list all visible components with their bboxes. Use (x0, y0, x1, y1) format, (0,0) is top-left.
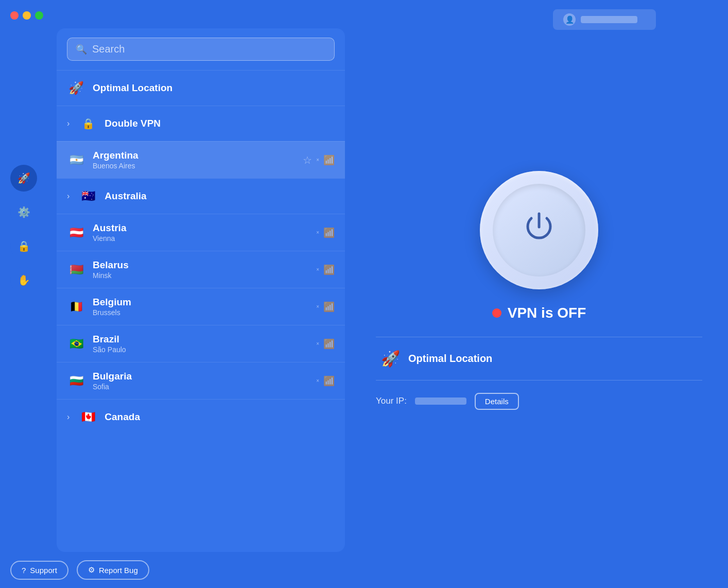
sidebar: 🚀 ⚙️ 🔒 ✋ (10, 165, 37, 293)
list-item-australia[interactable]: › 🇦🇺 Australia (57, 178, 345, 214)
australia-flag: 🇦🇺 (79, 187, 97, 205)
signal-x-icon: × (316, 157, 319, 163)
search-input-wrap[interactable]: 🔍 (67, 38, 335, 61)
close-button[interactable] (10, 11, 19, 20)
belarus-name: Belarus (93, 260, 309, 271)
details-button[interactable]: Details (475, 393, 519, 410)
argentina-flag: 🇦🇷 (67, 151, 85, 169)
belarus-actions: × 📶 (316, 264, 335, 275)
support-icon: ? (22, 566, 26, 575)
bulgaria-name: Bulgaria (93, 371, 309, 382)
list-item-brazil[interactable]: 🇧🇷 Brazil São Paulo × 📶 (57, 325, 345, 362)
ip-address-blurred (415, 397, 466, 405)
brazil-actions: × 📶 (316, 338, 335, 350)
maximize-button[interactable] (35, 11, 43, 20)
location-list: 🚀 Optimal Location › 🔒 Double VPN 🇦🇷 Arg… (57, 70, 345, 552)
report-bug-label: Report Bug (99, 566, 138, 575)
location-list-panel: 🔍 🚀 Optimal Location › 🔒 Double VPN 🇦🇷 A… (57, 28, 345, 552)
favorite-icon[interactable]: ☆ (303, 154, 312, 166)
list-item-belarus[interactable]: 🇧🇾 Belarus Minsk × 📶 (57, 251, 345, 288)
bulgaria-actions: × 📶 (316, 375, 335, 387)
signal-x-icon: × (316, 341, 319, 347)
report-bug-icon: ⚙ (88, 565, 95, 575)
list-item-austria[interactable]: 🇦🇹 Austria Vienna × 📶 (57, 214, 345, 251)
argentina-sub: Buenos Aires (93, 162, 296, 170)
doublevpn-name: Double VPN (105, 118, 335, 129)
signal-x-icon: × (316, 230, 319, 235)
optimal-location-label: Optimal Location (408, 353, 492, 365)
brazil-name: Brazil (93, 334, 309, 345)
signal-icon: 📶 (323, 154, 335, 166)
list-item-bulgaria[interactable]: 🇧🇬 Bulgaria Sofia × 📶 (57, 362, 345, 399)
minimize-button[interactable] (23, 11, 31, 20)
bulgaria-text: Bulgaria Sofia (93, 371, 309, 391)
search-icon: 🔍 (76, 44, 87, 55)
expand-icon: › (67, 412, 70, 422)
traffic-lights (10, 11, 43, 20)
list-item-optimal[interactable]: 🚀 Optimal Location (57, 70, 345, 106)
support-button[interactable]: ? Support (10, 561, 68, 580)
optimal-location-bar[interactable]: 🚀 Optimal Location (376, 350, 702, 368)
list-item-argentina[interactable]: 🇦🇷 Argentina Buenos Aires ☆ × 📶 (57, 141, 345, 178)
rocket-icon: 🚀 (67, 79, 85, 97)
list-item-doublevpn[interactable]: › 🔒 Double VPN (57, 106, 345, 141)
belgium-actions: × 📶 (316, 301, 335, 313)
power-button-inner (493, 184, 585, 276)
list-item-canada[interactable]: › 🇨🇦 Canada (57, 399, 345, 435)
austria-flag: 🇦🇹 (67, 223, 85, 242)
divider-bottom (376, 380, 702, 381)
canada-flag: 🇨🇦 (79, 408, 97, 426)
bulgaria-flag: 🇧🇬 (67, 372, 85, 390)
sidebar-item-shield[interactable]: ✋ (10, 267, 37, 293)
brazil-text: Brazil São Paulo (93, 334, 309, 354)
search-bar: 🔍 (57, 28, 345, 70)
sidebar-item-servers[interactable]: 🚀 (10, 165, 37, 192)
austria-text: Austria Vienna (93, 222, 309, 243)
argentina-text: Argentina Buenos Aires (93, 150, 296, 170)
belarus-text: Belarus Minsk (93, 260, 309, 280)
belgium-name: Belgium (93, 297, 309, 308)
search-input[interactable] (92, 43, 326, 55)
australia-text: Australia (105, 191, 335, 202)
doublevpn-text: Double VPN (105, 118, 335, 129)
user-icon: 👤 (563, 13, 576, 26)
austria-name: Austria (93, 222, 309, 234)
belgium-text: Belgium Brussels (93, 297, 309, 317)
support-label: Support (30, 566, 57, 575)
sidebar-item-lock[interactable]: 🔒 (10, 233, 37, 260)
australia-name: Australia (105, 191, 335, 202)
right-info-section: 🚀 Optimal Location Your IP: Details (360, 337, 718, 410)
vpn-status: VPN is OFF (492, 305, 586, 321)
argentina-actions: ☆ × 📶 (303, 154, 335, 166)
bulgaria-sub: Sofia (93, 383, 309, 391)
vpn-status-text: VPN is OFF (508, 305, 586, 321)
belgium-flag: 🇧🇪 (67, 298, 85, 316)
austria-actions: × 📶 (316, 227, 335, 238)
canada-name: Canada (105, 411, 335, 423)
report-bug-button[interactable]: ⚙ Report Bug (77, 560, 149, 580)
optimal-rocket-icon: 🚀 (381, 350, 400, 368)
ip-label: Your IP: (376, 396, 407, 406)
account-name-blurred (581, 16, 637, 23)
expand-icon: › (67, 119, 70, 128)
status-dot (492, 308, 501, 318)
belarus-sub: Minsk (93, 271, 309, 280)
optimal-location-text: Optimal Location (93, 82, 335, 94)
list-item-belgium[interactable]: 🇧🇪 Belgium Brussels × 📶 (57, 288, 345, 325)
sidebar-item-settings[interactable]: ⚙️ (10, 199, 37, 226)
argentina-name: Argentina (93, 150, 296, 161)
optimal-location-name: Optimal Location (93, 82, 335, 94)
signal-icon: 📶 (323, 301, 335, 313)
account-button[interactable]: 👤 (553, 9, 656, 30)
signal-x-icon: × (316, 304, 319, 309)
right-panel: VPN is OFF 🚀 Optimal Location Your IP: D… (360, 28, 718, 552)
signal-x-icon: × (316, 378, 319, 384)
power-button[interactable] (480, 171, 598, 289)
brazil-sub: São Paulo (93, 345, 309, 354)
belgium-sub: Brussels (93, 308, 309, 317)
brazil-flag: 🇧🇷 (67, 335, 85, 353)
divider-top (376, 337, 702, 337)
ip-row: Your IP: Details (376, 393, 702, 410)
power-icon (521, 210, 557, 251)
signal-x-icon: × (316, 267, 319, 272)
